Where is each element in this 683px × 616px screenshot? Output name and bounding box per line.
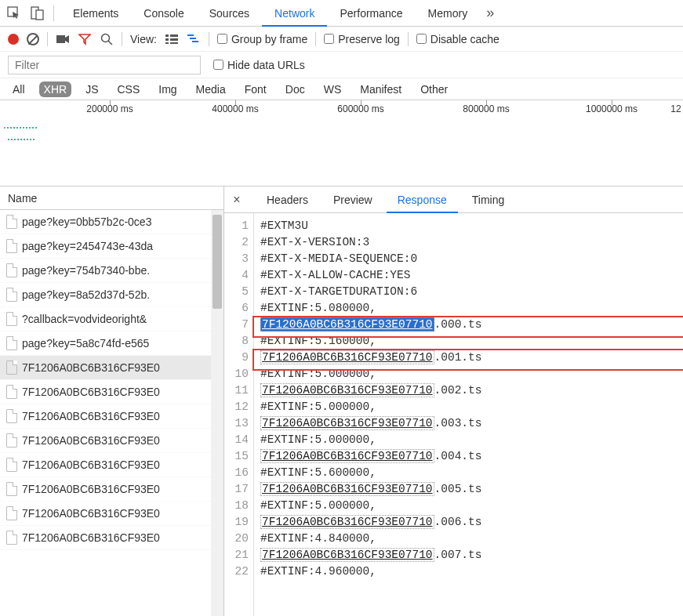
type-ws[interactable]: WS: [319, 82, 347, 97]
code-line[interactable]: 7F1206A0BC6B316CF93E07710.002.ts: [260, 382, 481, 399]
type-font[interactable]: Font: [240, 82, 271, 97]
scrollbar[interactable]: [211, 210, 223, 616]
segment-link[interactable]: 7F1206A0BC6B316CF93E07710: [260, 548, 434, 562]
type-css[interactable]: CSS: [112, 82, 144, 97]
more-tabs-icon[interactable]: »: [486, 5, 494, 21]
type-img[interactable]: Img: [154, 82, 181, 97]
view-waterfall-icon[interactable]: [187, 32, 201, 46]
code-line[interactable]: #EXTINF:4.840000,: [260, 531, 481, 547]
camera-icon[interactable]: [56, 32, 70, 46]
type-media[interactable]: Media: [191, 82, 231, 97]
code-line[interactable]: 7F1206A0BC6B316CF93E07710.005.ts: [260, 481, 481, 498]
tick-label: 12: [670, 103, 681, 114]
divider: [315, 32, 316, 46]
file-icon: [6, 312, 17, 326]
request-list[interactable]: page?key=0bb57b2c-0ce3page?key=2454743e-…: [0, 210, 223, 616]
hide-data-urls-checkbox[interactable]: Hide data URLs: [213, 59, 305, 71]
request-row[interactable]: 7F1206A0BC6B316CF93E0: [0, 477, 223, 502]
filter-input[interactable]: [8, 56, 201, 74]
segment-link[interactable]: 7F1206A0BC6B316CF93E07710: [260, 515, 434, 529]
line-gutter: 12345678910111213141516171819202122: [224, 213, 254, 616]
code-line[interactable]: #EXTM3U: [260, 218, 481, 234]
tab-preview[interactable]: Preview: [322, 187, 383, 213]
request-row[interactable]: ?callback=vodvideoright&: [0, 307, 223, 332]
type-xhr[interactable]: XHR: [39, 82, 72, 97]
code-line[interactable]: #EXTINF:5.000000,: [260, 366, 481, 382]
request-row[interactable]: page?key=5a8c74fd-e565: [0, 332, 223, 356]
timeline-overview[interactable]: 200000 ms 400000 ms 600000 ms 800000 ms …: [0, 100, 683, 187]
request-row[interactable]: 7F1206A0BC6B316CF93E0: [0, 380, 223, 404]
type-filter-row: All XHR JS CSS Img Media Font Doc WS Man…: [0, 78, 683, 100]
request-row[interactable]: 7F1206A0BC6B316CF93E0: [0, 404, 223, 429]
type-other[interactable]: Other: [416, 82, 452, 97]
code-line[interactable]: #EXTINF:5.000000,: [260, 432, 481, 448]
file-icon: [6, 385, 17, 399]
tab-performance[interactable]: Performance: [327, 0, 415, 27]
code-line[interactable]: #EXTINF:5.160000,: [260, 333, 481, 350]
tab-elements[interactable]: Elements: [60, 0, 131, 27]
request-row[interactable]: page?key=0bb57b2c-0ce3: [0, 210, 223, 234]
filter-icon[interactable]: [78, 32, 92, 46]
code-line[interactable]: #EXTINF:4.960000,: [260, 563, 481, 580]
request-row[interactable]: 7F1206A0BC6B316CF93E0: [0, 502, 223, 526]
file-icon: [6, 458, 17, 472]
group-by-frame-checkbox[interactable]: Group by frame: [217, 33, 307, 45]
segment-link[interactable]: 7F1206A0BC6B316CF93E07710: [260, 383, 434, 397]
segment-link[interactable]: 7F1206A0BC6B316CF93E07710: [260, 317, 434, 332]
code-lines[interactable]: #EXTM3U#EXT-X-VERSION:3#EXT-X-MEDIA-SEQU…: [254, 213, 486, 616]
code-line[interactable]: #EXT-X-VERSION:3: [260, 234, 481, 251]
tab-sources[interactable]: Sources: [197, 0, 262, 27]
device-icon[interactable]: [28, 4, 47, 23]
segment-link[interactable]: 7F1206A0BC6B316CF93E07710: [260, 416, 434, 430]
name-column-header[interactable]: Name: [0, 187, 223, 210]
code-line[interactable]: #EXT-X-TARGETDURATION:6: [260, 284, 481, 300]
segment-link[interactable]: 7F1206A0BC6B316CF93E07710: [260, 482, 434, 496]
search-icon[interactable]: [100, 32, 114, 46]
code-line[interactable]: #EXT-X-ALLOW-CACHE:YES: [260, 267, 481, 284]
code-line[interactable]: #EXTINF:5.080000,: [260, 300, 481, 317]
request-row[interactable]: 7F1206A0BC6B316CF93E0: [0, 453, 223, 477]
request-row[interactable]: page?key=8a52d37d-52b.: [0, 283, 223, 307]
close-details-button[interactable]: ×: [229, 192, 245, 208]
view-large-icon[interactable]: [165, 32, 179, 46]
type-manifest[interactable]: Manifest: [355, 82, 406, 97]
file-icon: [6, 239, 17, 253]
code-line[interactable]: 7F1206A0BC6B316CF93E07710.000.ts: [260, 317, 481, 333]
request-row[interactable]: 7F1206A0BC6B316CF93E0: [0, 356, 223, 380]
preserve-log-checkbox[interactable]: Preserve log: [324, 33, 400, 45]
tab-network[interactable]: Network: [262, 0, 327, 27]
tab-console[interactable]: Console: [131, 0, 196, 27]
line-number: 19: [224, 514, 249, 531]
code-line[interactable]: 7F1206A0BC6B316CF93E07710.003.ts: [260, 415, 481, 432]
segment-link[interactable]: 7F1206A0BC6B316CF93E07710: [260, 350, 434, 364]
disable-cache-checkbox[interactable]: Disable cache: [416, 33, 500, 45]
code-line[interactable]: #EXTINF:5.000000,: [260, 399, 481, 415]
type-all[interactable]: All: [8, 82, 30, 97]
request-name: page?key=0bb57b2c-0ce3: [22, 216, 151, 228]
code-line[interactable]: #EXTINF:5.000000,: [260, 498, 481, 514]
segment-suffix: .006.ts: [434, 516, 482, 528]
segment-link[interactable]: 7F1206A0BC6B316CF93E07710: [260, 449, 434, 463]
code-line[interactable]: 7F1206A0BC6B316CF93E07710.001.ts: [260, 350, 481, 366]
response-code[interactable]: 12345678910111213141516171819202122 #EXT…: [224, 213, 683, 616]
code-line[interactable]: 7F1206A0BC6B316CF93E07710.004.ts: [260, 448, 481, 465]
record-button[interactable]: [8, 34, 19, 45]
request-name: 7F1206A0BC6B316CF93E0: [22, 458, 160, 471]
type-js[interactable]: JS: [81, 82, 103, 97]
inspect-icon[interactable]: [5, 4, 24, 23]
request-row[interactable]: page?key=2454743e-43da: [0, 234, 223, 259]
request-row[interactable]: 7F1206A0BC6B316CF93E0: [0, 429, 223, 453]
tab-headers[interactable]: Headers: [256, 187, 319, 213]
request-row[interactable]: 7F1206A0BC6B316CF93E0: [0, 526, 223, 550]
code-line[interactable]: #EXT-X-MEDIA-SEQUENCE:0: [260, 251, 481, 267]
scrollbar-thumb[interactable]: [213, 215, 222, 309]
request-row[interactable]: page?key=754b7340-bbe.: [0, 259, 223, 283]
clear-button[interactable]: [27, 33, 39, 45]
tab-timing[interactable]: Timing: [461, 187, 516, 213]
tab-response[interactable]: Response: [387, 187, 458, 213]
type-doc[interactable]: Doc: [281, 82, 310, 97]
code-line[interactable]: #EXTINF:5.600000,: [260, 465, 481, 481]
tab-memory[interactable]: Memory: [416, 0, 481, 27]
code-line[interactable]: 7F1206A0BC6B316CF93E07710.006.ts: [260, 514, 481, 531]
code-line[interactable]: 7F1206A0BC6B316CF93E07710.007.ts: [260, 547, 481, 563]
